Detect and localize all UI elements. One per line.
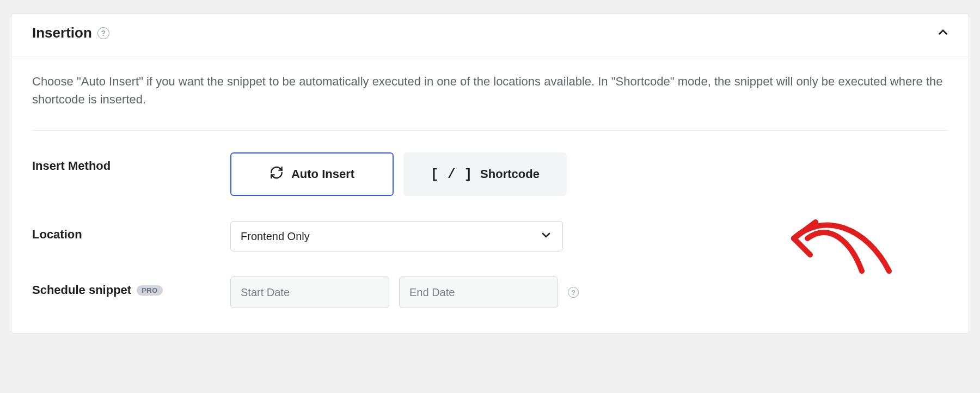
help-icon[interactable]: ? — [97, 27, 109, 39]
shortcode-label: Shortcode — [480, 167, 540, 181]
divider — [32, 130, 948, 131]
refresh-icon — [270, 165, 284, 183]
schedule-label: Schedule snippet — [32, 283, 131, 297]
pro-badge: Pro — [137, 285, 163, 296]
help-icon[interactable]: ? — [568, 287, 579, 298]
end-date-input[interactable] — [399, 277, 558, 308]
insert-method-row: Insert Method Auto Insert — [32, 152, 948, 196]
schedule-row: Schedule snippet Pro ? — [32, 277, 948, 308]
auto-insert-label: Auto Insert — [291, 167, 354, 181]
insertion-panel: Insertion ? Choose "Auto Insert" if you … — [11, 13, 969, 334]
location-row: Location Frontend Only — [32, 221, 948, 251]
schedule-label-group: Schedule snippet Pro — [32, 283, 226, 297]
location-select[interactable]: Frontend Only — [230, 221, 563, 251]
panel-description: Choose "Auto Insert" if you want the sni… — [32, 72, 948, 108]
annotation-arrow-icon — [786, 206, 900, 282]
shortcode-icon: [ / ] — [431, 167, 473, 182]
location-selected-value: Frontend Only — [241, 230, 310, 243]
start-date-input[interactable] — [230, 277, 389, 308]
chevron-down-icon — [540, 229, 553, 244]
auto-insert-button[interactable]: Auto Insert — [230, 152, 394, 196]
panel-header[interactable]: Insertion ? — [11, 14, 969, 57]
panel-title: Insertion — [32, 24, 92, 41]
location-label: Location — [32, 228, 226, 242]
chevron-up-icon[interactable] — [936, 25, 950, 41]
shortcode-button[interactable]: [ / ] Shortcode — [403, 152, 567, 196]
panel-title-group: Insertion ? — [32, 24, 109, 41]
panel-body: Choose "Auto Insert" if you want the sni… — [11, 57, 969, 333]
insert-method-label: Insert Method — [32, 159, 226, 173]
